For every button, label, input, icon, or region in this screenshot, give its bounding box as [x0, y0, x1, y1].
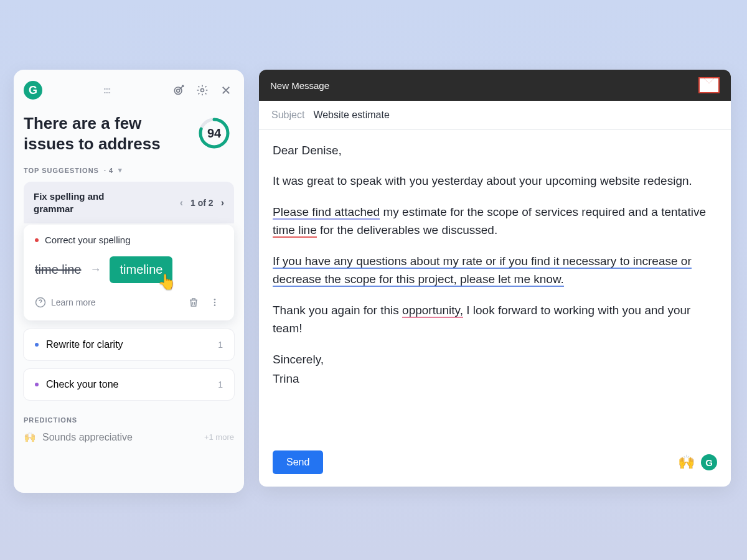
suggestion-group-header: Fix spelling and grammar ‹ 1 of 2 ›: [24, 182, 234, 223]
learn-more-link[interactable]: Learn more: [51, 297, 96, 307]
signature: Trina: [273, 370, 717, 388]
suggestions-heading[interactable]: TOP SUGGESTIONS · 4 ▾: [24, 166, 234, 174]
card-label: Rewrite for clarity: [46, 339, 123, 350]
active-suggestion-card: Correct your spelling time line → timeli…: [24, 225, 234, 320]
svg-point-8: [214, 304, 216, 306]
grammarly-badge-icon[interactable]: G: [701, 454, 717, 470]
send-button[interactable]: Send: [273, 450, 323, 474]
delete-icon[interactable]: [186, 294, 202, 310]
prediction-row[interactable]: 🙌 Sounds appreciative +1 more: [24, 431, 234, 443]
gmail-icon: [698, 77, 720, 93]
subject-value: Website estimate: [313, 110, 389, 121]
subject-label: Subject: [271, 110, 304, 121]
pager-prev-icon[interactable]: ‹: [180, 197, 183, 208]
original-text: time line: [35, 263, 81, 277]
predictions-heading: PREDICTIONS: [24, 416, 234, 424]
svg-point-6: [214, 299, 216, 301]
panel-toolbar: G ::::: [24, 81, 234, 100]
svg-point-2: [201, 89, 204, 92]
grammarly-logo: G: [24, 81, 42, 100]
suggestion-card-clarity[interactable]: Rewrite for clarity 1: [24, 329, 234, 360]
closing: Sincerely,: [273, 350, 717, 368]
drag-handle-icon[interactable]: ::::: [103, 85, 110, 95]
underline-engagement: Please find attached: [273, 205, 380, 220]
score-value: 94: [198, 117, 230, 149]
compose-footer: Send 🙌 G: [259, 441, 731, 487]
compose-body[interactable]: Dear Denise, It was great to speak with …: [259, 130, 731, 441]
prediction-more: +1 more: [204, 432, 234, 442]
arrow-right-icon: →: [90, 263, 101, 276]
compose-window: New Message Subject Website estimate Dea…: [259, 70, 731, 487]
replacement-row: time line → timeline 👆: [35, 256, 223, 283]
apply-replacement-button[interactable]: timeline 👆: [110, 256, 172, 283]
pager-next-icon[interactable]: ›: [221, 197, 224, 208]
suggestion-pager: ‹ 1 of 2 ›: [180, 197, 224, 208]
grammarly-panel: G :::: There are a few issues to address…: [14, 70, 244, 493]
subject-row[interactable]: Subject Website estimate: [259, 101, 731, 130]
underline-clarity: If you have any questions about my rate …: [273, 254, 692, 287]
underline-tone: opportunity,: [402, 304, 463, 318]
greeting: Dear Denise,: [273, 141, 717, 159]
paragraph: Thank you again for this opportunity, I …: [273, 301, 717, 338]
severity-dot-icon: [35, 383, 39, 386]
pager-text: 1 of 2: [190, 198, 214, 208]
card-footer: Learn more: [35, 294, 223, 310]
suggestion-card-tone[interactable]: Check your tone 1: [24, 369, 234, 400]
compose-title: New Message: [270, 80, 329, 91]
svg-point-7: [214, 302, 216, 304]
compose-titlebar[interactable]: New Message: [259, 70, 731, 101]
card-header: Correct your spelling: [35, 235, 223, 245]
paragraph: Please find attached my estimate for the…: [273, 203, 717, 240]
goals-icon[interactable]: [171, 82, 187, 98]
settings-icon[interactable]: [194, 82, 210, 98]
underline-spelling: time line: [273, 223, 317, 238]
help-icon[interactable]: [35, 297, 46, 308]
severity-dot-icon: [35, 343, 39, 347]
card-count: 1: [218, 340, 223, 350]
svg-point-1: [177, 89, 180, 92]
prediction-emoji-icon: 🙌: [24, 431, 36, 443]
score-ring[interactable]: 94: [198, 117, 230, 149]
close-icon[interactable]: [218, 82, 234, 98]
paragraph: It was great to speak with you yesterday…: [273, 172, 717, 190]
tone-emoji-icon[interactable]: 🙌: [678, 454, 695, 470]
prediction-label: Sounds appreciative: [42, 432, 133, 443]
group-title: Fix spelling and grammar: [34, 190, 133, 215]
chevron-down-icon[interactable]: ▾: [118, 166, 123, 174]
paragraph: If you have any questions about my rate …: [273, 252, 717, 289]
more-icon[interactable]: [207, 294, 223, 310]
card-count: 1: [218, 380, 223, 390]
card-label: Check your tone: [46, 379, 119, 390]
severity-dot-icon: [35, 238, 39, 242]
card-label: Correct your spelling: [45, 235, 131, 245]
